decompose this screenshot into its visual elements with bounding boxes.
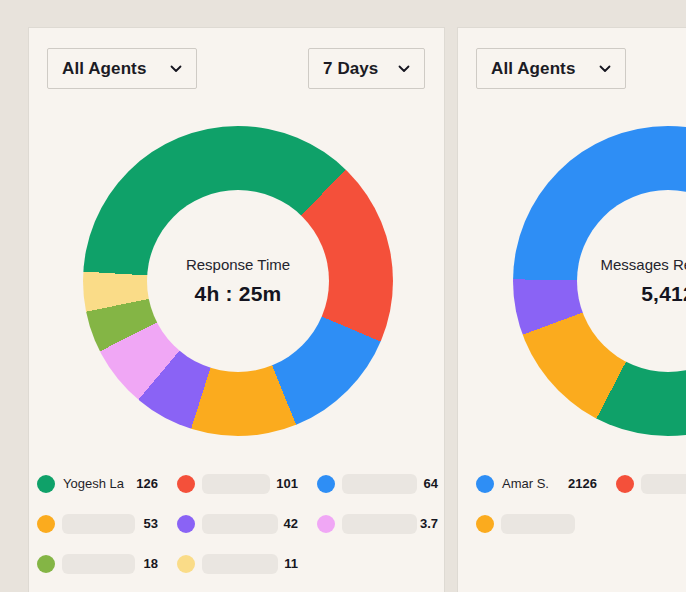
legend-dot [177, 515, 195, 533]
legend-dot [177, 555, 195, 573]
legend-value: 18 [144, 556, 158, 571]
legend-dot [37, 475, 55, 493]
legend-dot [37, 555, 55, 573]
messages-received-legend: Amar S. 2126 582 [476, 474, 686, 533]
legend-name-placeholder [641, 474, 686, 494]
legend-dot [476, 515, 494, 533]
agent-filter-label: All Agents [491, 59, 575, 79]
legend-name-placeholder [62, 554, 135, 574]
legend-item: 42 [177, 514, 298, 533]
legend-dot [616, 475, 634, 493]
legend-value: 64 [424, 476, 438, 491]
legend-dot [317, 475, 335, 493]
legend-value: 11 [284, 556, 298, 571]
legend-item: Amar S. 2126 [476, 474, 597, 493]
donut-center-value: 4h : 25m [195, 282, 282, 306]
legend-name-placeholder [202, 554, 278, 574]
chevron-down-icon [398, 65, 410, 73]
filter-row: All Agents [476, 48, 686, 89]
donut-center-value: 5,412 [641, 282, 686, 306]
legend-dot [177, 475, 195, 493]
legend-value: 53 [144, 516, 158, 531]
legend-dot [37, 515, 55, 533]
legend-item: 53 [37, 514, 158, 533]
chevron-down-icon [599, 65, 611, 73]
legend-name-placeholder [501, 514, 575, 534]
legend-value: 3.7 [420, 516, 438, 531]
legend-value: 126 [136, 476, 158, 491]
legend-value: 2126 [568, 476, 597, 491]
donut-center: Response Time 4h : 25m [147, 190, 329, 372]
legend-dot [317, 515, 335, 533]
response-time-donut-chart[interactable]: Response Time 4h : 25m [83, 126, 393, 436]
filter-row: All Agents 7 Days [47, 48, 425, 89]
legend-dot [476, 475, 494, 493]
legend-item: 11 [177, 554, 298, 573]
period-filter-dropdown[interactable]: 7 Days [308, 48, 425, 89]
legend-name: Amar S. [502, 476, 549, 491]
legend-name-placeholder [342, 474, 417, 494]
legend-item: 101 [177, 474, 298, 493]
period-filter-label: 7 Days [323, 59, 378, 79]
agent-filter-dropdown[interactable]: All Agents [47, 48, 197, 89]
donut-center-label: Messages Received [600, 256, 686, 273]
chevron-down-icon [170, 65, 182, 73]
legend-name-placeholder [62, 514, 135, 534]
agent-filter-label: All Agents [62, 59, 146, 79]
legend-name: Yogesh La [63, 476, 124, 491]
donut-center: Messages Received 5,412 [577, 190, 686, 372]
dashboard: { "theme": { "page_bg": "#E8E3DC", "card… [0, 0, 686, 592]
legend-item: 64 [317, 474, 438, 493]
messages-received-card: All Agents Messages Received 5,412 Amar … [458, 28, 686, 592]
legend-name-placeholder [342, 514, 417, 534]
response-time-legend: Yogesh La 126 101 64 53 42 3.7 [37, 474, 438, 573]
response-time-card: All Agents 7 Days Response Time 4h : 25m… [29, 28, 444, 592]
legend-name-placeholder [202, 474, 270, 494]
legend-item: Yogesh La 126 [37, 474, 158, 493]
legend-item: 3.7 [317, 514, 438, 533]
messages-received-donut-chart[interactable]: Messages Received 5,412 [513, 126, 686, 436]
legend-item [476, 514, 597, 533]
legend-item [616, 474, 686, 493]
legend-value: 42 [284, 516, 298, 531]
legend-item: 18 [37, 554, 158, 573]
agent-filter-dropdown[interactable]: All Agents [476, 48, 626, 89]
legend-value: 101 [276, 476, 298, 491]
legend-name-placeholder [202, 514, 278, 534]
donut-center-label: Response Time [186, 256, 290, 273]
